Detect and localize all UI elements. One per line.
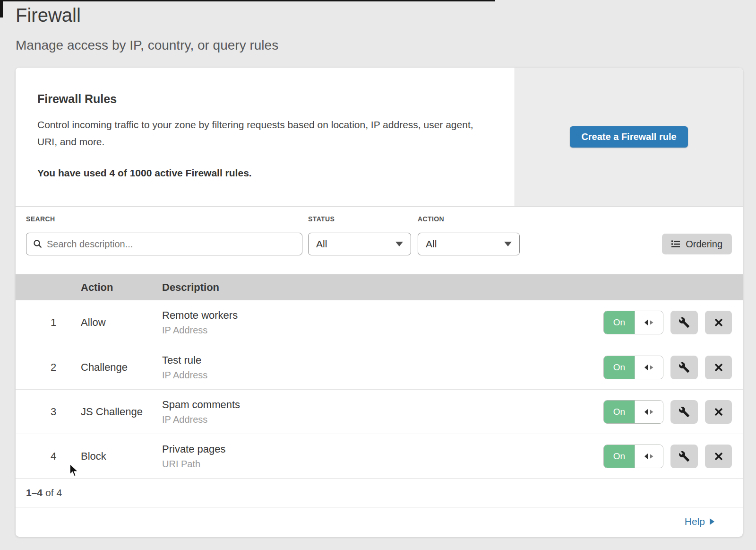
help-link[interactable]: Help bbox=[685, 516, 714, 527]
filters-bar: SEARCH STATUS All ACTION All bbox=[16, 207, 743, 274]
create-rule-panel: Create a Firewall rule bbox=[515, 68, 743, 206]
rule-toggle[interactable]: On bbox=[603, 356, 663, 379]
toggle-on-segment[interactable]: On bbox=[604, 445, 635, 468]
rule-toggle[interactable]: On bbox=[603, 400, 663, 424]
rules-description: Control incoming traffic to your zone by… bbox=[37, 116, 484, 150]
pagination-bar: 1–4 of 4 bbox=[16, 478, 743, 507]
rule-match-field: IP Address bbox=[162, 414, 603, 425]
toggle-arrows-segment[interactable] bbox=[635, 445, 663, 468]
rule-description: Test rule bbox=[162, 354, 603, 367]
screen-edge-artifact-left bbox=[0, 0, 3, 17]
edit-rule-button[interactable] bbox=[670, 356, 698, 379]
rule-controls: On bbox=[603, 400, 732, 424]
pagination-range: 1–4 bbox=[26, 487, 43, 498]
toggle-arrows-segment[interactable] bbox=[635, 356, 663, 379]
close-icon bbox=[714, 407, 723, 417]
search-input[interactable] bbox=[47, 239, 295, 250]
toggle-arrows-segment[interactable] bbox=[635, 311, 663, 334]
table-header: Action Description bbox=[16, 274, 743, 300]
chevron-down-icon bbox=[504, 242, 512, 246]
column-header-action: Action bbox=[81, 281, 162, 294]
wrench-icon bbox=[679, 362, 690, 373]
left-right-arrows-icon bbox=[644, 364, 654, 371]
wrench-icon bbox=[679, 317, 690, 328]
firewall-rules-card: Firewall Rules Control incoming traffic … bbox=[16, 68, 743, 537]
rule-description-cell: Private pages URI Path bbox=[162, 443, 603, 470]
wrench-icon bbox=[679, 451, 690, 462]
close-icon bbox=[714, 318, 723, 327]
help-link-label: Help bbox=[685, 516, 705, 527]
ordered-list-icon bbox=[671, 240, 680, 248]
rules-table: 1 Allow Remote workers IP Address On bbox=[16, 300, 743, 478]
wrench-icon bbox=[679, 406, 690, 418]
overview-section: Firewall Rules Control incoming traffic … bbox=[16, 68, 743, 207]
rule-action: Block bbox=[81, 450, 162, 463]
delete-rule-button[interactable] bbox=[705, 445, 732, 468]
ordering-button[interactable]: Ordering bbox=[662, 234, 732, 254]
screen-edge-artifact-top bbox=[0, 0, 495, 1]
search-box[interactable] bbox=[26, 233, 302, 255]
rule-description: Spam comments bbox=[162, 399, 603, 411]
pagination-total: of 4 bbox=[45, 487, 62, 498]
toggle-on-segment[interactable]: On bbox=[604, 401, 635, 423]
rule-action: Challenge bbox=[81, 361, 162, 374]
table-row: 4 Block Private pages URI Path On bbox=[16, 434, 743, 478]
delete-rule-button[interactable] bbox=[705, 400, 732, 424]
rule-description-cell: Spam comments IP Address bbox=[162, 399, 603, 425]
column-header-description: Description bbox=[162, 281, 743, 294]
rule-priority: 3 bbox=[51, 406, 81, 418]
table-row: 1 Allow Remote workers IP Address On bbox=[16, 300, 743, 345]
toggle-arrows-segment[interactable] bbox=[635, 401, 663, 423]
status-label: STATUS bbox=[308, 215, 335, 223]
delete-rule-button[interactable] bbox=[705, 311, 732, 334]
page-subtitle: Manage access by IP, country, or query r… bbox=[16, 38, 278, 53]
left-right-arrows-icon bbox=[644, 453, 654, 460]
create-firewall-rule-button[interactable]: Create a Firewall rule bbox=[570, 126, 687, 148]
rule-description: Private pages bbox=[162, 443, 603, 455]
rules-usage: You have used 4 of 1000 active Firewall … bbox=[37, 167, 493, 179]
rule-match-field: IP Address bbox=[162, 325, 603, 336]
rule-toggle[interactable]: On bbox=[603, 311, 663, 334]
rule-action: JS Challenge bbox=[81, 406, 162, 418]
card-footer: Help bbox=[16, 507, 743, 535]
toggle-on-segment[interactable]: On bbox=[604, 356, 635, 379]
rule-match-field: URI Path bbox=[162, 459, 603, 470]
ordering-button-label: Ordering bbox=[686, 239, 722, 250]
rule-description-cell: Remote workers IP Address bbox=[162, 309, 603, 336]
left-right-arrows-icon bbox=[644, 409, 654, 415]
search-icon bbox=[33, 239, 43, 249]
table-row: 3 JS Challenge Spam comments IP Address … bbox=[16, 389, 743, 434]
close-icon bbox=[714, 452, 723, 461]
delete-rule-button[interactable] bbox=[705, 356, 732, 379]
overview-intro: Firewall Rules Control incoming traffic … bbox=[16, 68, 515, 206]
edit-rule-button[interactable] bbox=[670, 445, 698, 468]
page-header: Firewall Manage access by IP, country, o… bbox=[16, 4, 278, 53]
rule-controls: On bbox=[603, 311, 732, 334]
left-right-arrows-icon bbox=[644, 319, 654, 326]
rule-match-field: IP Address bbox=[162, 370, 603, 381]
page-title: Firewall bbox=[16, 4, 278, 26]
edit-rule-button[interactable] bbox=[670, 400, 698, 424]
rule-description-cell: Test rule IP Address bbox=[162, 354, 603, 381]
status-select-value: All bbox=[316, 238, 327, 250]
rule-description: Remote workers bbox=[162, 309, 603, 322]
search-label: SEARCH bbox=[26, 215, 55, 223]
action-select-value: All bbox=[426, 238, 437, 250]
rule-controls: On bbox=[603, 356, 732, 379]
help-arrow-icon bbox=[710, 518, 714, 525]
rule-controls: On bbox=[603, 445, 732, 468]
table-row: 2 Challenge Test rule IP Address On bbox=[16, 345, 743, 389]
edit-rule-button[interactable] bbox=[670, 311, 698, 334]
toggle-on-segment[interactable]: On bbox=[604, 311, 635, 334]
rule-priority: 4 bbox=[51, 450, 81, 463]
rule-toggle[interactable]: On bbox=[603, 445, 663, 468]
action-label: ACTION bbox=[418, 215, 444, 223]
close-icon bbox=[714, 363, 723, 372]
rule-priority: 2 bbox=[51, 361, 81, 374]
action-select[interactable]: All bbox=[418, 233, 520, 255]
status-select[interactable]: All bbox=[308, 233, 411, 255]
mouse-cursor bbox=[69, 463, 79, 478]
chevron-down-icon bbox=[395, 242, 403, 246]
rule-priority: 1 bbox=[51, 316, 81, 329]
rules-heading: Firewall Rules bbox=[37, 92, 493, 106]
